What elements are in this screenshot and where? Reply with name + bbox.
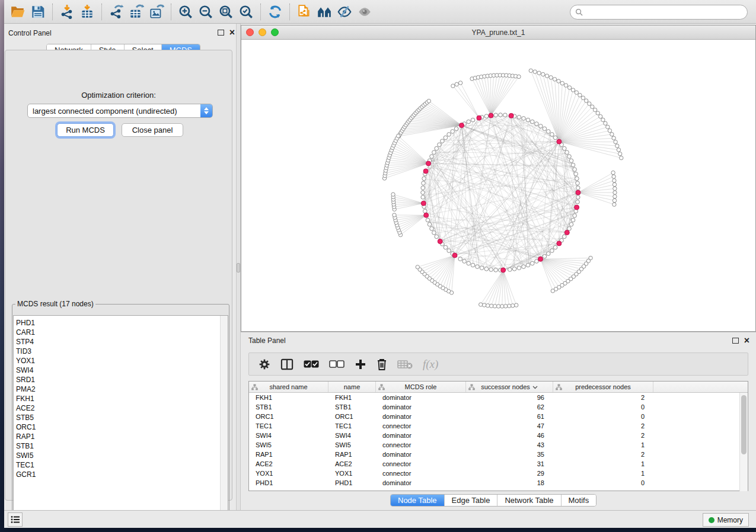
export-table-icon[interactable] bbox=[126, 2, 146, 21]
panel-split-divider[interactable] bbox=[236, 24, 241, 510]
mcds-result-item[interactable]: CAR1 bbox=[16, 328, 228, 337]
table-row[interactable]: TEC1TEC1connector472 bbox=[249, 421, 748, 431]
table-tabbar: Node Table Edge Table Network Table Moti… bbox=[390, 494, 596, 507]
divider-grip[interactable] bbox=[237, 263, 240, 273]
tab-edge-table[interactable]: Edge Table bbox=[445, 495, 498, 506]
clone-network-icon[interactable] bbox=[294, 2, 314, 21]
task-history-button[interactable] bbox=[8, 512, 23, 527]
mcds-result-item[interactable]: ACE2 bbox=[16, 403, 228, 413]
table-row[interactable]: YOX1YOX1connector291 bbox=[249, 469, 748, 478]
export-network-icon[interactable] bbox=[106, 2, 126, 21]
tab-node-table[interactable]: Node Table bbox=[391, 495, 445, 506]
mcds-result-item[interactable]: ORC1 bbox=[16, 422, 228, 432]
network-canvas[interactable] bbox=[241, 40, 755, 331]
run-mcds-button[interactable]: Run MCDS bbox=[57, 123, 114, 137]
mcds-result-item[interactable]: STP4 bbox=[16, 337, 228, 347]
column-label: name bbox=[344, 383, 361, 390]
search-input[interactable] bbox=[583, 7, 747, 18]
mcds-result-item[interactable]: GCR1 bbox=[16, 470, 228, 479]
column-header-successor-nodes[interactable]: successor nodes bbox=[466, 382, 553, 392]
table-row[interactable]: FKH1FKH1dominator962 bbox=[249, 393, 748, 402]
table-scrollbar[interactable] bbox=[739, 393, 748, 491]
open-folder-icon[interactable] bbox=[8, 2, 28, 21]
cell-predecessor-nodes: 2 bbox=[553, 450, 653, 459]
zoom-out-icon[interactable] bbox=[196, 2, 216, 21]
optimization-dropdown[interactable]: largest connected component (undirected) bbox=[27, 104, 213, 118]
zoom-in-icon[interactable] bbox=[176, 2, 196, 21]
save-icon[interactable] bbox=[28, 2, 48, 21]
refresh-icon[interactable] bbox=[265, 2, 285, 21]
import-table-icon[interactable] bbox=[77, 2, 97, 21]
mcds-result-item[interactable]: TID3 bbox=[16, 347, 228, 356]
search-box bbox=[570, 5, 748, 20]
network-graph[interactable] bbox=[241, 40, 755, 331]
window-minimize-icon[interactable] bbox=[259, 28, 266, 36]
control-panel: Control Panel × Network Style Select MCD… bbox=[4, 24, 240, 510]
table-row[interactable]: PHD1PHD1dominator180 bbox=[249, 478, 748, 488]
select-all-rows-icon[interactable] bbox=[304, 360, 319, 368]
dropdown-selected-value: largest connected component (undirected) bbox=[28, 107, 200, 116]
column-header-filler bbox=[653, 382, 748, 392]
table-row[interactable]: RAP1RAP1dominator352 bbox=[249, 450, 748, 459]
gear-icon[interactable] bbox=[259, 358, 270, 370]
column-header-predecessor-nodes[interactable]: predecessor nodes bbox=[553, 382, 653, 392]
table-row[interactable]: ACE2ACE2connector311 bbox=[249, 459, 748, 469]
close-panel-button[interactable]: Close panel bbox=[122, 123, 183, 137]
table-row[interactable]: ORC1ORC1dominator610 bbox=[249, 412, 748, 421]
zoom-selected-icon[interactable] bbox=[236, 2, 256, 21]
cell-mcds-role: dominator bbox=[376, 431, 466, 440]
zoom-fit-icon[interactable] bbox=[216, 2, 236, 21]
cell-successor-nodes: 47 bbox=[466, 421, 553, 431]
cell-successor-nodes: 61 bbox=[466, 412, 553, 421]
mcds-result-item[interactable]: PMA2 bbox=[16, 384, 228, 394]
mcds-result-item[interactable]: SWI4 bbox=[16, 366, 228, 375]
cell-shared-name: PHD1 bbox=[249, 478, 328, 488]
mcds-result-title: MCDS result (17 nodes) bbox=[15, 300, 95, 308]
hide-selected-icon[interactable] bbox=[334, 2, 355, 21]
table-panel: Table Panel × bbox=[241, 332, 756, 510]
deselect-all-rows-icon[interactable] bbox=[329, 360, 344, 368]
float-panel-icon[interactable] bbox=[732, 338, 739, 344]
column-header-name[interactable]: name bbox=[328, 382, 376, 392]
memory-button[interactable]: Memory bbox=[703, 513, 749, 527]
table-row[interactable]: STB1STB1dominator620 bbox=[249, 402, 748, 412]
column-label: predecessor nodes bbox=[575, 383, 631, 390]
window-zoom-icon[interactable] bbox=[271, 28, 279, 36]
desktop-wallpaper: Control Panel × Network Style Select MCD… bbox=[0, 0, 756, 532]
table-header-row: shared namenameMCDS rolesuccessor nodesp… bbox=[249, 382, 748, 393]
close-panel-icon[interactable]: × bbox=[229, 30, 235, 36]
mcds-result-item[interactable]: STB1 bbox=[16, 441, 228, 451]
mcds-result-item[interactable]: YOX1 bbox=[16, 356, 228, 366]
delete-column-icon[interactable] bbox=[377, 358, 387, 370]
window-close-icon[interactable] bbox=[246, 28, 254, 36]
tab-motifs[interactable]: Motifs bbox=[562, 495, 596, 506]
column-header-mcds-role[interactable]: MCDS role bbox=[376, 382, 466, 392]
table-row[interactable]: SWI4SWI4dominator462 bbox=[249, 431, 748, 440]
cell-mcds-role: dominator bbox=[376, 412, 466, 421]
first-neighbors-icon[interactable] bbox=[314, 2, 334, 21]
cell-predecessor-nodes: 1 bbox=[553, 459, 653, 469]
scrollbar-thumb[interactable] bbox=[741, 395, 747, 454]
import-network-icon[interactable] bbox=[57, 2, 77, 21]
split-columns-icon[interactable] bbox=[280, 358, 294, 370]
mcds-result-item[interactable]: RAP1 bbox=[16, 432, 228, 441]
mcds-result-item[interactable]: PHD1 bbox=[16, 318, 228, 328]
add-column-icon[interactable] bbox=[355, 358, 366, 370]
export-image-icon[interactable] bbox=[146, 2, 167, 21]
float-panel-icon[interactable] bbox=[218, 30, 224, 36]
tab-network-table[interactable]: Network Table bbox=[497, 495, 561, 506]
mcds-result-item[interactable]: TEC1 bbox=[16, 460, 228, 470]
mcds-result-item[interactable]: FKH1 bbox=[16, 394, 228, 403]
table-row[interactable]: SWI5SWI5connector431 bbox=[249, 440, 748, 450]
close-panel-icon[interactable]: × bbox=[744, 338, 749, 344]
table-panel-title: Table Panel bbox=[248, 336, 286, 345]
mcds-tab-content: Optimization criterion: largest connecte… bbox=[5, 50, 232, 501]
cell-name: FKH1 bbox=[328, 393, 376, 402]
mcds-result-item[interactable]: SWI5 bbox=[16, 451, 228, 460]
toolbar-separator bbox=[260, 4, 261, 20]
mcds-list-scrollbar[interactable] bbox=[220, 316, 228, 523]
column-header-shared-name[interactable]: shared name bbox=[249, 382, 328, 392]
network-window-titlebar[interactable]: YPA_prune.txt_1 bbox=[241, 25, 755, 40]
mcds-result-item[interactable]: STB5 bbox=[16, 413, 228, 422]
mcds-result-item[interactable]: SRD1 bbox=[16, 375, 228, 384]
